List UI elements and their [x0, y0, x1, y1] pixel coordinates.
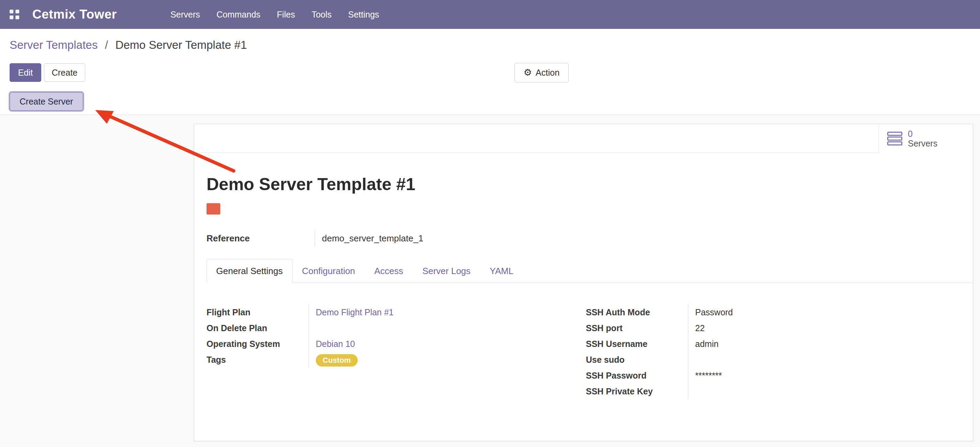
stat-text: 0 Servers [908, 129, 937, 148]
gear-icon: ⚙ [524, 68, 532, 77]
ssh-username-value: admin [688, 336, 961, 352]
tags-value: Custom [309, 352, 586, 367]
server-stack-icon [887, 132, 902, 145]
tag-badge-custom[interactable]: Custom [316, 354, 358, 367]
field-tags: Tags Custom [207, 352, 586, 367]
control-panel: Edit Create ⚙ Action [10, 63, 970, 83]
field-label: Use sudo [586, 352, 688, 367]
field-flight-plan: Flight Plan Demo Flight Plan #1 [207, 304, 586, 320]
menu-item-tools[interactable]: Tools [304, 0, 340, 29]
menu-item-settings[interactable]: Settings [340, 0, 387, 29]
create-button[interactable]: Create [44, 63, 85, 82]
ssh-port-value: 22 [688, 320, 961, 336]
field-ssh-auth-mode: SSH Auth Mode Password [586, 304, 961, 320]
tab-configuration[interactable]: Configuration [293, 259, 365, 283]
edit-button[interactable]: Edit [10, 63, 41, 82]
page: Cetmix Tower Servers Commands Files Tool… [0, 0, 980, 447]
reference-field: Reference demo_server_template_1 [207, 230, 423, 247]
tab-yaml[interactable]: YAML [480, 259, 523, 283]
notebook-tabs: General Settings Configuration Access Se… [207, 259, 973, 283]
field-label: Flight Plan [207, 304, 309, 320]
on-delete-plan-value [309, 320, 586, 336]
color-swatch[interactable] [207, 203, 220, 215]
reference-value: demo_server_template_1 [315, 230, 423, 247]
button-box: 0 Servers [194, 124, 973, 153]
field-label: SSH Username [586, 336, 688, 352]
menu-item-files[interactable]: Files [269, 0, 304, 29]
form-sheet: 0 Servers Demo Server Template #1 Refere… [194, 124, 973, 441]
actions-bar: Create Server [10, 92, 83, 113]
breadcrumb-current: Demo Server Template #1 [115, 38, 247, 51]
field-ssh-username: SSH Username admin [586, 336, 961, 352]
field-label: Tags [207, 352, 309, 367]
operating-system-link[interactable]: Debian 10 [309, 336, 586, 352]
top-navbar: Cetmix Tower Servers Commands Files Tool… [0, 0, 980, 29]
field-use-sudo: Use sudo [586, 352, 961, 367]
general-settings-fields: Flight Plan Demo Flight Plan #1 On Delet… [207, 304, 961, 399]
field-on-delete-plan: On Delete Plan [207, 320, 586, 336]
field-label: SSH Password [586, 367, 688, 383]
fields-right-column: SSH Auth Mode Password SSH port 22 SSH U… [586, 304, 961, 399]
action-button-label: Action [536, 68, 559, 78]
flight-plan-link[interactable]: Demo Flight Plan #1 [309, 304, 586, 320]
ssh-password-value: ******** [688, 367, 961, 383]
create-server-button[interactable]: Create Server [10, 92, 83, 111]
stat-count: 0 [908, 129, 937, 139]
apps-grid-icon[interactable] [10, 10, 19, 19]
fields-left-column: Flight Plan Demo Flight Plan #1 On Delet… [207, 304, 586, 367]
tab-server-logs[interactable]: Server Logs [413, 259, 480, 283]
field-label: Operating System [207, 336, 309, 352]
field-label: SSH port [586, 320, 688, 336]
brand-title[interactable]: Cetmix Tower [32, 7, 117, 22]
action-button[interactable]: ⚙ Action [514, 63, 569, 83]
stat-label: Servers [908, 139, 937, 148]
field-ssh-port: SSH port 22 [586, 320, 961, 336]
record-title: Demo Server Template #1 [207, 174, 415, 194]
breadcrumb: Server Templates / Demo Server Template … [10, 38, 247, 51]
use-sudo-value [688, 352, 961, 367]
main-menu: Servers Commands Files Tools Settings [162, 0, 387, 29]
field-label: On Delete Plan [207, 320, 309, 336]
field-ssh-password: SSH Password ******** [586, 367, 961, 383]
tab-access[interactable]: Access [364, 259, 413, 283]
ssh-private-key-value [688, 383, 961, 399]
field-label: SSH Auth Mode [586, 304, 688, 320]
menu-item-servers[interactable]: Servers [162, 0, 208, 29]
field-ssh-private-key: SSH Private Key [586, 383, 961, 399]
servers-stat-button[interactable]: 0 Servers [879, 124, 973, 153]
field-label: SSH Private Key [586, 383, 688, 399]
menu-item-commands[interactable]: Commands [208, 0, 269, 29]
field-operating-system: Operating System Debian 10 [207, 336, 586, 352]
breadcrumb-parent-link[interactable]: Server Templates [10, 38, 98, 51]
tab-general-settings[interactable]: General Settings [207, 259, 293, 283]
reference-label: Reference [207, 230, 315, 247]
ssh-auth-mode-value: Password [688, 304, 961, 320]
breadcrumb-separator: / [105, 38, 108, 51]
